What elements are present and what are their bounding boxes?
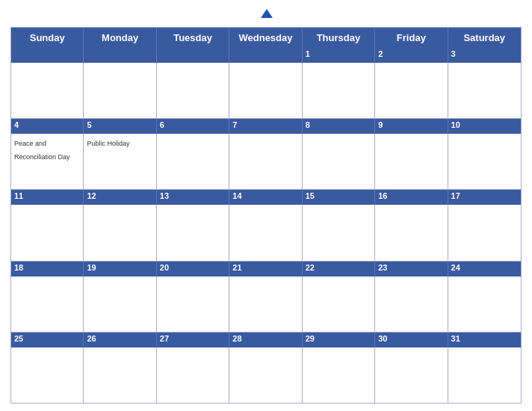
header-thursday: Thursday — [303, 28, 375, 48]
day-content-w3-d5 — [303, 205, 375, 260]
week-2: 45678910Peace and Reconciliation DayPubl… — [11, 118, 521, 189]
day-num-w3-d5: 15 — [303, 190, 375, 205]
svg-marker-0 — [261, 9, 273, 18]
day-content-w1-d5 — [303, 63, 375, 118]
header-monday: Monday — [84, 28, 156, 48]
day-content-w4-d7 — [448, 276, 521, 332]
day-num-w4-d7: 24 — [448, 262, 521, 276]
day-num-w2-d6: 9 — [375, 119, 448, 134]
day-content-w2-d7 — [448, 134, 521, 189]
day-num-w1-d6: 2 — [375, 48, 448, 63]
day-num-w1-d1 — [11, 48, 84, 63]
logo — [259, 7, 273, 21]
day-content-w4-d2 — [84, 276, 156, 332]
header-friday: Friday — [375, 28, 448, 48]
day-num-w3-d4: 14 — [229, 190, 302, 205]
week-5-num-row: 25262728293031 — [11, 333, 521, 347]
week-3: 11121314151617 — [11, 189, 521, 260]
header-sunday: Sunday — [11, 28, 84, 48]
calendar-header — [10, 7, 522, 21]
day-num-w4-d6: 23 — [375, 262, 448, 276]
week-1-num-row: 123 — [11, 48, 521, 63]
day-num-w2-d3: 6 — [157, 119, 229, 134]
day-num-w5-d4: 28 — [229, 333, 302, 347]
day-num-w1-d3 — [157, 48, 229, 63]
day-num-w1-d4 — [229, 48, 302, 63]
day-num-w4-d4: 21 — [229, 262, 302, 276]
day-num-w4-d5: 22 — [303, 262, 375, 276]
day-content-w3-d2 — [84, 205, 156, 260]
day-content-w2-d5 — [303, 134, 375, 189]
day-content-w2-d1: Peace and Reconciliation Day — [11, 134, 84, 189]
week-2-num-row: 45678910 — [11, 119, 521, 134]
day-content-w5-d5 — [303, 347, 375, 403]
day-content-w5-d4 — [229, 347, 302, 403]
week-3-content-row — [11, 205, 521, 260]
day-content-w1-d6 — [375, 63, 448, 118]
week-1-content-row — [11, 63, 521, 118]
day-content-w3-d3 — [157, 205, 229, 260]
event-label-w2-d2: Public Holiday — [87, 140, 129, 147]
day-num-w5-d1: 25 — [11, 333, 84, 347]
day-content-w4-d1 — [11, 276, 84, 332]
day-num-w4-d2: 19 — [84, 262, 156, 276]
day-num-w5-d2: 26 — [84, 333, 156, 347]
day-content-w5-d6 — [375, 347, 448, 403]
day-num-w2-d5: 8 — [303, 119, 375, 134]
header-tuesday: Tuesday — [157, 28, 229, 48]
week-1: 123 — [11, 48, 521, 118]
week-4-content-row — [11, 276, 521, 332]
day-num-w3-d1: 11 — [11, 190, 84, 205]
calendar-weeks: 12345678910Peace and Reconciliation DayP… — [11, 48, 521, 403]
day-num-w5-d3: 27 — [157, 333, 229, 347]
day-headers-row: Sunday Monday Tuesday Wednesday Thursday… — [11, 28, 521, 48]
week-2-content-row: Peace and Reconciliation DayPublic Holid… — [11, 134, 521, 189]
day-num-w1-d7: 3 — [448, 48, 521, 63]
header-wednesday: Wednesday — [229, 28, 302, 48]
day-content-w4-d3 — [157, 276, 229, 332]
week-4-num-row: 18192021222324 — [11, 262, 521, 276]
day-content-w1-d7 — [448, 63, 521, 118]
day-num-w5-d5: 29 — [303, 333, 375, 347]
calendar-grid: Sunday Monday Tuesday Wednesday Thursday… — [10, 27, 522, 404]
week-3-num-row: 11121314151617 — [11, 190, 521, 205]
day-num-w1-d5: 1 — [303, 48, 375, 63]
day-num-w5-d6: 30 — [375, 333, 448, 347]
day-num-w2-d7: 10 — [448, 119, 521, 134]
day-num-w3-d6: 16 — [375, 190, 448, 205]
day-num-w2-d1: 4 — [11, 119, 84, 134]
day-num-w2-d4: 7 — [229, 119, 302, 134]
day-content-w2-d2: Public Holiday — [84, 134, 156, 189]
header-saturday: Saturday — [448, 28, 521, 48]
day-content-w1-d1 — [11, 63, 84, 118]
day-content-w4-d4 — [229, 276, 302, 332]
day-num-w1-d2 — [84, 48, 156, 63]
day-content-w4-d5 — [303, 276, 375, 332]
day-num-w3-d3: 13 — [157, 190, 229, 205]
day-content-w1-d3 — [157, 63, 229, 118]
day-num-w4-d1: 18 — [11, 262, 84, 276]
day-content-w1-d2 — [84, 63, 156, 118]
day-num-w3-d2: 12 — [84, 190, 156, 205]
day-content-w3-d1 — [11, 205, 84, 260]
day-content-w2-d4 — [229, 134, 302, 189]
day-content-w2-d6 — [375, 134, 448, 189]
day-content-w1-d4 — [229, 63, 302, 118]
event-label-w2-d1: Peace and Reconciliation Day — [14, 140, 70, 161]
day-content-w3-d7 — [448, 205, 521, 260]
week-4: 18192021222324 — [11, 261, 521, 332]
day-content-w3-d6 — [375, 205, 448, 260]
day-num-w2-d2: 5 — [84, 119, 156, 134]
week-5-content-row — [11, 347, 521, 403]
logo-bird-icon — [261, 7, 273, 19]
day-content-w4-d6 — [375, 276, 448, 332]
day-content-w5-d2 — [84, 347, 156, 403]
day-content-w3-d4 — [229, 205, 302, 260]
day-content-w5-d3 — [157, 347, 229, 403]
day-num-w4-d3: 20 — [157, 262, 229, 276]
day-content-w2-d3 — [157, 134, 229, 189]
day-num-w5-d7: 31 — [448, 333, 521, 347]
week-5: 25262728293031 — [11, 332, 521, 403]
day-content-w5-d7 — [448, 347, 521, 403]
day-num-w3-d7: 17 — [448, 190, 521, 205]
